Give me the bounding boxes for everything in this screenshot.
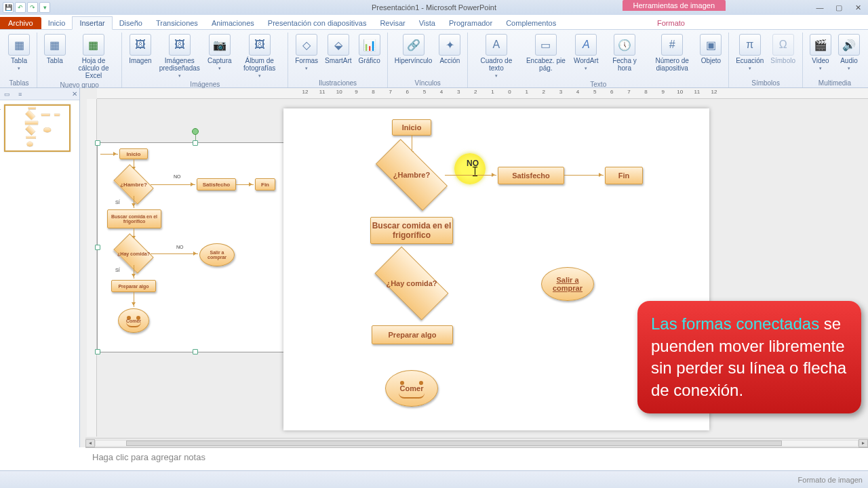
group-symbols: Símbolos [751, 79, 780, 87]
scroll-left-icon[interactable]: ◂ [85, 439, 95, 447]
thumb-tab-outline[interactable]: ≡ [14, 91, 26, 98]
video-button[interactable]: 🎬Video [807, 33, 834, 73]
slide-thumbnail-panel: ▭ ≡ ✕ [0, 88, 80, 447]
resize-handle[interactable] [95, 140, 100, 146]
vertical-ruler [87, 99, 97, 436]
shape-search-food[interactable]: Buscar comida en el frigorífico [370, 217, 453, 244]
chart-button[interactable]: 📊Gráfico [356, 33, 383, 66]
horizontal-ruler: 1211109876543210123456789101112 [97, 88, 868, 99]
wordart-button[interactable]: AWordArt [571, 33, 601, 73]
action-button[interactable]: ✦Acción [436, 33, 463, 66]
tab-developer[interactable]: Programador [442, 17, 499, 29]
tab-review[interactable]: Revisar [373, 17, 412, 29]
header-footer-button[interactable]: ▭Encabez. pie pág. [521, 33, 570, 73]
hyperlink-button[interactable]: 🔗Hipervínculo [392, 33, 435, 66]
thumb-close-icon[interactable]: ✕ [70, 89, 79, 99]
slide-thumbnail-1[interactable] [4, 104, 71, 152]
shape-end[interactable]: Fin [605, 167, 643, 184]
shape-go-shopping[interactable]: Salir a comprar [541, 267, 594, 301]
symbol-button[interactable]: ΩSímbolo [768, 33, 798, 66]
shape-start[interactable]: Inicio [392, 119, 431, 136]
resize-handle[interactable] [95, 349, 100, 354]
group-media: Multimedia [818, 79, 851, 87]
tab-format[interactable]: Formato [650, 17, 692, 29]
object-button[interactable]: ▣Objeto [698, 33, 724, 66]
ribbon: ▦Tabla Tablas ▦Tabla ▦Hoja de cálculo de… [0, 30, 868, 88]
textbox-button[interactable]: ACuadro de texto [472, 33, 520, 80]
thumb-tab-slides[interactable]: ▭ [0, 91, 14, 98]
group-links: Vínculos [414, 79, 440, 87]
tab-slideshow[interactable]: Presentación con diapositivas [261, 17, 374, 29]
resize-handle[interactable] [95, 245, 100, 250]
minimize-button[interactable]: — [814, 3, 826, 12]
shape-prepare[interactable]: Preparar algo [372, 325, 453, 344]
tab-home[interactable]: Inicio [41, 17, 73, 29]
shapes-button[interactable]: ◇Formas [292, 33, 321, 73]
qat-customize-icon[interactable]: ▾ [39, 2, 50, 13]
ribbon-tabs: Archivo Inicio Insertar Diseño Transicio… [0, 15, 868, 30]
shape-satisfied[interactable]: Satisfecho [498, 167, 564, 184]
clipart-button[interactable]: 🖼Imágenes prediseñadas [155, 33, 203, 80]
equation-button[interactable]: πEcuación [733, 33, 766, 73]
tab-file[interactable]: Archivo [0, 17, 41, 29]
screenshot-button[interactable]: 📷Captura [205, 33, 234, 73]
shape-hungry[interactable]: ¿Hambre? [378, 157, 445, 192]
audio-button[interactable]: 🔊Audio [835, 33, 863, 73]
status-right: Formato de imagen [798, 476, 863, 484]
image-button[interactable]: 🖼Imagen [126, 33, 154, 66]
tab-addins[interactable]: Complementos [499, 17, 563, 29]
tab-insert[interactable]: Insertar [72, 16, 112, 30]
notes-placeholder: Haga clic para agregar notas [92, 452, 205, 462]
smartart-button[interactable]: ⬙SmartArt [322, 33, 354, 66]
table-button[interactable]: ▦Tabla [5, 33, 33, 73]
shape-eat[interactable]: Comer [385, 370, 438, 407]
horizontal-scrollbar[interactable]: ◂ ▸ [85, 438, 868, 447]
photo-album-button[interactable]: 🖼Álbum de fotografías [235, 33, 283, 80]
tab-design[interactable]: Diseño [113, 17, 149, 29]
tab-animations[interactable]: Animaciones [205, 17, 261, 29]
group-tables: Tablas [9, 79, 29, 87]
maximize-button[interactable]: ▢ [833, 3, 845, 12]
shape-any-food[interactable]: ¿Hay comida? [378, 264, 445, 302]
excel-sheet-button[interactable]: ▦Hoja de cálculo de Excel [69, 33, 117, 81]
notes-pane[interactable]: Haga clic para agregar notas [85, 447, 868, 470]
status-bar: Formato de imagen [0, 470, 868, 488]
group-illustrations: Ilustraciones [319, 79, 357, 87]
resize-handle[interactable] [193, 349, 198, 354]
window-title: Presentación1 - Microsoft PowerPoint [372, 3, 496, 12]
slide-number-button[interactable]: #Número de diapositiva [648, 33, 696, 73]
scroll-thumb[interactable] [126, 441, 782, 446]
undo-icon[interactable]: ↶ [15, 2, 26, 13]
title-bar: 💾 ↶ ↷ ▾ Presentación1 - Microsoft PowerP… [0, 0, 868, 15]
quick-access-toolbar: 💾 ↶ ↷ ▾ [0, 2, 53, 13]
redo-icon[interactable]: ↷ [27, 2, 38, 13]
pasted-flowchart-image[interactable]: Inicio ¿Hambre? NO Satisfecho Fin SÍ Bus… [97, 142, 294, 352]
close-button[interactable]: ✕ [852, 3, 864, 12]
tab-view[interactable]: Vista [412, 17, 442, 29]
connector[interactable] [445, 175, 496, 176]
scroll-right-icon[interactable]: ▸ [859, 439, 868, 447]
save-icon[interactable]: 💾 [3, 2, 14, 13]
resize-handle[interactable] [193, 140, 198, 146]
excel-table-button[interactable]: ▦Tabla [41, 33, 68, 66]
tab-transitions[interactable]: Transiciones [149, 17, 205, 29]
highlight-marker [454, 153, 486, 184]
rotate-handle[interactable] [192, 128, 199, 135]
instruction-callout: Las formas conectadas se puenden mover l… [637, 301, 861, 413]
datetime-button[interactable]: 🕔Fecha y hora [602, 33, 646, 73]
contextual-tab-label: Herramientas de imagen [623, 0, 726, 11]
connector[interactable] [564, 175, 604, 176]
